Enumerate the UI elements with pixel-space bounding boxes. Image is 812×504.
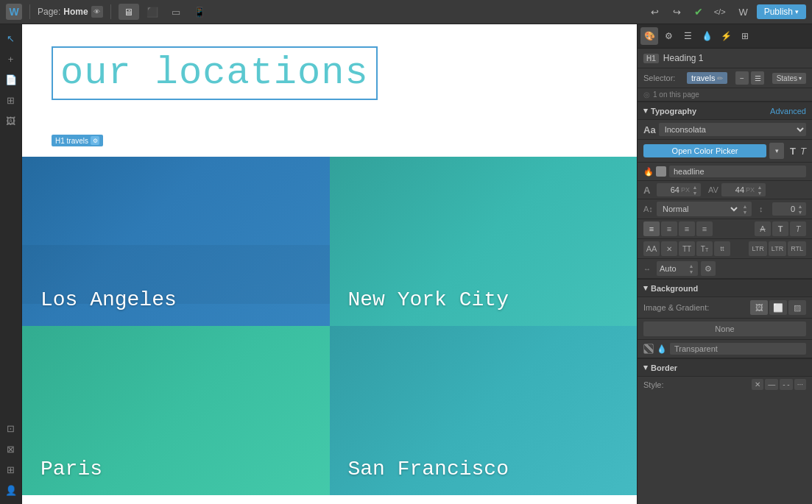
sidebar-crop-tool[interactable]: ⊡ <box>3 420 19 436</box>
selector-menu-btn[interactable]: ☰ <box>751 71 764 85</box>
font-weight-select[interactable]: Normal <box>660 204 740 214</box>
layout-tab-btn[interactable]: ☰ <box>679 27 696 45</box>
selector-tag[interactable]: travels ✏ <box>687 72 727 84</box>
transform-tt2-btn[interactable]: Tt <box>696 241 713 256</box>
letter-spacing-up-btn[interactable]: ▲ <box>756 184 763 190</box>
transform-tt-btn[interactable]: TT <box>679 241 695 256</box>
border-none-btn[interactable]: ✕ <box>752 379 763 390</box>
border-dotted-btn[interactable]: ··· <box>794 379 806 390</box>
gradient-type-btn[interactable]: ▨ <box>788 300 806 315</box>
sidebar-pointer-tool[interactable]: ↖ <box>3 30 19 46</box>
redo-btn[interactable]: ↪ <box>667 4 688 20</box>
align-center-btn[interactable]: ≡ <box>661 221 677 236</box>
bold-text-btn[interactable]: T <box>772 221 788 236</box>
font-size-down-btn[interactable]: ▼ <box>691 190 699 196</box>
image-type-btn[interactable]: 🖼 <box>750 300 768 315</box>
city-tile-paris[interactable]: Paris <box>22 326 330 495</box>
preview-toggle[interactable]: 👁 <box>91 6 103 18</box>
spacing-down-btn[interactable]: ▼ <box>688 269 695 274</box>
interactions-tab-btn[interactable]: 💧 <box>698 27 716 45</box>
italic-text-btn[interactable]: T <box>790 221 806 236</box>
sidebar-component[interactable]: ⊞ <box>3 461 19 478</box>
letter-spacing-down-btn[interactable]: ▼ <box>756 190 763 196</box>
ltr2-btn[interactable]: LTR <box>769 241 786 256</box>
wapps-btn[interactable]: W <box>733 4 754 20</box>
strikethrough-btn[interactable]: A <box>755 221 771 236</box>
solid-type-btn[interactable]: ⬜ <box>769 300 787 315</box>
fill-color-input[interactable] <box>670 343 806 355</box>
typography-section-header[interactable]: ▾ Typography Advanced <box>638 102 812 120</box>
line-height-up-btn[interactable]: ▲ <box>797 203 804 209</box>
sidebar-cms[interactable]: ⊞ <box>3 92 19 108</box>
align-left-btn[interactable]: ≡ <box>643 221 660 236</box>
font-size-input[interactable] <box>659 185 679 194</box>
desktop-view-btn[interactable]: 🖥 <box>119 4 139 20</box>
border-style-label: Style: <box>643 380 664 389</box>
states-btn[interactable]: States ▾ <box>772 73 806 84</box>
background-section-header[interactable]: ▾ Background <box>638 279 812 297</box>
canvas-area[interactable]: our locations H1 travels ⚙ Los Angeles N… <box>22 24 637 504</box>
tag-text: H1 travels <box>55 137 88 145</box>
font-size-up-btn[interactable]: ▲ <box>691 184 699 190</box>
style-tab-btn[interactable]: 🎨 <box>640 27 658 45</box>
selector-tag-text: travels <box>691 74 715 82</box>
transform-tt3-btn[interactable]: tt <box>714 241 730 256</box>
font-family-select[interactable]: Inconsolata <box>659 123 806 136</box>
sidebar-pages[interactable]: 📄 <box>3 71 19 88</box>
border-dashed-btn[interactable]: - - <box>780 379 792 390</box>
color-dropdown-btn[interactable]: ▾ <box>769 143 784 159</box>
settings-tab-btn[interactable]: ⚙ <box>660 27 677 45</box>
align-justify-btn[interactable]: ≡ <box>696 221 713 236</box>
border-section-header[interactable]: ▾ Border <box>638 358 812 377</box>
letter-spacing-input[interactable] <box>724 185 744 194</box>
class-name-input[interactable] <box>669 166 806 177</box>
city-tile-nyc[interactable]: New York City <box>330 157 638 326</box>
sidebar-add-element[interactable]: + <box>3 51 19 67</box>
selector-minus-btn[interactable]: − <box>735 71 749 85</box>
tag-settings-icon[interactable]: ⚙ <box>91 136 99 145</box>
font-size-row: A PX ▲ ▼ AV PX ▲ ▼ <box>638 181 812 199</box>
border-solid-btn[interactable]: — <box>765 379 778 390</box>
advanced-label[interactable]: Advanced <box>770 107 806 116</box>
mobile-view-btn[interactable]: 📱 <box>189 4 210 20</box>
publish-btn[interactable]: Publish ▾ <box>757 4 806 19</box>
code-view-btn[interactable]: </> <box>710 4 730 20</box>
tablet-landscape-view-btn[interactable]: ⬛ <box>142 4 163 20</box>
italic-btn[interactable]: T <box>800 146 806 157</box>
border-chevron: ▾ <box>643 363 648 372</box>
line-height-down-btn[interactable]: ▼ <box>797 209 804 215</box>
image-gradient-row: Image & Gradient: 🖼 ⬜ ▨ <box>638 297 812 319</box>
tablet-portrait-view-btn[interactable]: ▭ <box>166 4 186 20</box>
background-title: ▾ Background <box>643 283 698 293</box>
selector-edit-icon[interactable]: ✏ <box>717 74 723 82</box>
weight-lineheight-row: A↕ Normal ▲ ▼ ↕ ▲ ▼ <box>638 199 812 219</box>
spacing-up-btn[interactable]: ▲ <box>688 263 695 269</box>
spacing-gear-btn[interactable]: ⚙ <box>701 261 716 276</box>
rtl-btn[interactable]: RTL <box>788 241 806 256</box>
spacing-input[interactable] <box>660 264 686 273</box>
undo-btn[interactable]: ↩ <box>645 4 666 20</box>
lightning-tab-btn[interactable]: ⚡ <box>717 27 735 45</box>
city-tile-la[interactable]: Los Angeles <box>22 157 330 326</box>
main-area: ↖ + 📄 ⊞ 🖼 ⊡ ⊠ ⊞ 👤 our locations H1 trave… <box>0 24 812 504</box>
open-color-picker-btn[interactable]: Open Color Picker <box>643 144 766 157</box>
sidebar-select-tool[interactable]: ⊠ <box>3 441 19 457</box>
font-size-stepper: ▲ ▼ <box>691 184 699 196</box>
weight-down-btn[interactable]: ▼ <box>741 209 749 215</box>
heading-text[interactable]: our locations <box>52 46 378 100</box>
align-right-btn[interactable]: ≡ <box>679 221 695 236</box>
text-transform-none-btn[interactable]: AA <box>643 241 660 256</box>
none-btn[interactable]: None <box>643 322 806 336</box>
city-tile-sf[interactable]: San Francisco <box>330 326 638 495</box>
sidebar-user[interactable]: 👤 <box>3 482 19 498</box>
font-size-icon: A <box>643 185 654 196</box>
fill-color-swatch[interactable] <box>643 344 654 354</box>
ltr-btn[interactable]: LTR <box>749 241 766 256</box>
dropper-icon[interactable]: 💧 <box>657 344 667 354</box>
bold-btn[interactable]: T <box>790 146 796 157</box>
line-height-input[interactable] <box>774 205 795 213</box>
weight-up-btn[interactable]: ▲ <box>741 203 749 209</box>
sidebar-assets[interactable]: 🖼 <box>3 113 19 129</box>
cross-btn[interactable]: ✕ <box>661 241 677 256</box>
more-tab-btn[interactable]: ⊞ <box>736 27 754 45</box>
